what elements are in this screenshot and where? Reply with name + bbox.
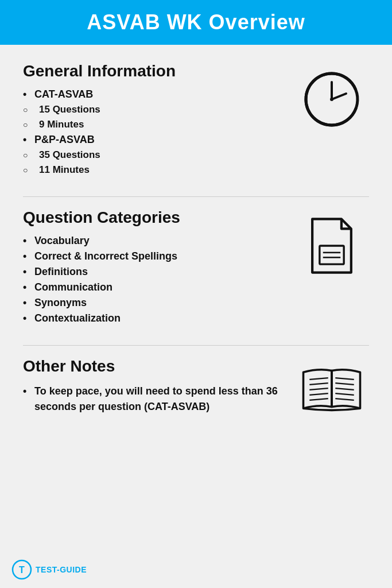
svg-line-2 [332,94,346,99]
document-icon [294,214,369,277]
other-notes-section: Other Notes To keep pace, you will need … [23,357,369,415]
cat-asvab-item: CAT-ASVAB [23,88,294,100]
general-info-text: General Information CAT-ASVAB 15 Questio… [23,62,294,179]
page-header: ASVAB WK Overview [0,0,392,45]
footer: T TEST-GUIDE [0,551,392,588]
footer-brand-highlight: TEST- [36,565,60,574]
clock-icon [294,68,369,131]
pnp-minutes: 11 Minutes [23,164,294,176]
svg-line-10 [309,388,328,390]
test-guide-logo-icon: T [11,559,32,580]
divider-2 [23,345,369,346]
svg-line-13 [335,378,354,380]
svg-text:T: T [19,565,25,575]
category-definitions: Definitions [23,266,294,278]
other-notes-text: Other Notes To keep pace, you will need … [23,357,294,415]
svg-line-12 [309,399,328,400]
general-info-title: General Information [23,62,294,80]
question-categories-section: Question Categories Vocabulary Correct &… [23,208,369,328]
category-contextualization: Contextualization [23,312,294,324]
divider-1 [23,196,369,197]
category-communication: Communication [23,281,294,293]
svg-line-8 [309,378,328,380]
category-synonyms: Synonyms [23,297,294,309]
svg-point-3 [330,98,333,101]
book-icon [294,363,369,415]
svg-rect-4 [320,246,344,264]
page-title: ASVAB WK Overview [11,10,381,34]
question-categories-title: Question Categories [23,208,294,227]
general-info-list: CAT-ASVAB 15 Questions 9 Minutes P&P-ASV… [23,88,294,176]
pnp-questions: 35 Questions [23,149,294,161]
question-categories-list: Vocabulary Correct & Incorrect Spellings… [23,235,294,324]
cat-questions: 15 Questions [23,104,294,115]
category-spellings: Correct & Incorrect Spellings [23,250,294,262]
svg-line-11 [309,393,328,395]
category-vocabulary: Vocabulary [23,235,294,247]
cat-minutes: 9 Minutes [23,119,294,130]
pnp-asvab-item: P&P-ASVAB [23,134,294,146]
footer-brand-text: TEST-GUIDE [36,565,87,574]
svg-line-9 [309,383,328,385]
other-notes-title: Other Notes [23,357,294,376]
footer-logo: T TEST-GUIDE [11,559,87,580]
svg-line-17 [335,399,354,400]
footer-brand-suffix: GUIDE [60,565,87,574]
general-info-section: General Information CAT-ASVAB 15 Questio… [23,62,369,179]
cat-asvab-sub-list: 15 Questions 9 Minutes [23,104,294,130]
svg-line-14 [335,383,354,385]
svg-line-16 [335,393,354,395]
pnp-asvab-sub-list: 35 Questions 11 Minutes [23,149,294,176]
question-categories-text: Question Categories Vocabulary Correct &… [23,208,294,328]
main-content: General Information CAT-ASVAB 15 Questio… [0,45,392,551]
other-notes-note: To keep pace, you will need to spend les… [23,384,294,415]
svg-line-15 [335,388,354,390]
